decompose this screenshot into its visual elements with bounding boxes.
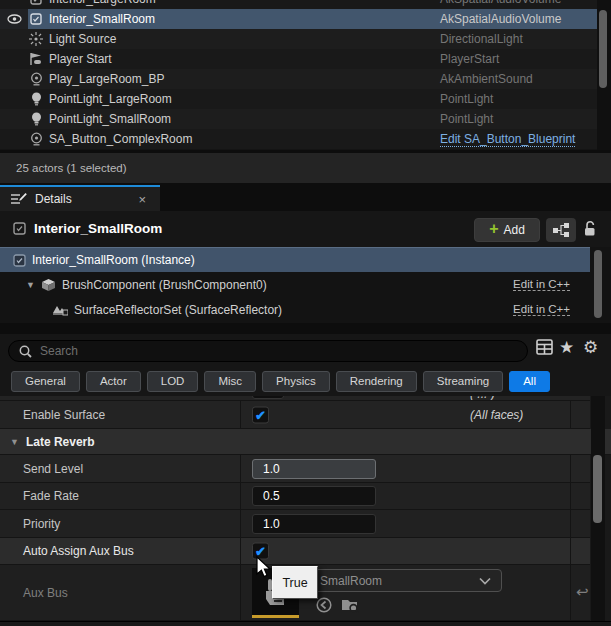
send-level-input[interactable]: 1.0 (252, 459, 376, 479)
use-selected-asset-icon[interactable] (316, 597, 332, 613)
details-tab-bar: Details × (0, 183, 611, 211)
property-row-enable-surface: Enable Surface ✔ (All faces) (0, 401, 590, 429)
category-filter-tabs: General Actor LOD Misc Physics Rendering… (0, 366, 611, 396)
spatial-audio-volume-icon (13, 222, 26, 235)
priority-input[interactable]: 1.0 (252, 514, 376, 534)
component-scrollbar[interactable] (592, 247, 606, 323)
enable-surface-checkbox[interactable]: ✔ (252, 406, 269, 423)
search-input[interactable]: Search (8, 340, 528, 362)
tab-physics[interactable]: Physics (262, 371, 330, 392)
property-row-fade-rate: Fade Rate 0.5 (0, 483, 590, 510)
outliner-row[interactable]: Play_LargeRoom_BP AkAmbientSound (0, 69, 597, 89)
tab-misc[interactable]: Misc (204, 371, 256, 392)
reset-to-default-icon[interactable]: ↩ (576, 583, 589, 601)
checkmark-icon: ✔ (255, 408, 266, 421)
add-component-button[interactable]: + Add (474, 218, 540, 242)
tab-streaming[interactable]: Streaming (423, 371, 503, 392)
mouse-cursor (256, 556, 274, 580)
expand-caret-icon[interactable]: ▼ (26, 280, 35, 290)
chevron-down-icon (479, 577, 491, 585)
actor-count-status: 25 actors (1 selected) (16, 162, 127, 174)
tooltip: True (272, 566, 318, 599)
node-graph-icon (553, 223, 570, 237)
outliner-row[interactable]: Player Start PlayerStart (0, 49, 597, 69)
component-scrollbar-thumb[interactable] (594, 250, 602, 318)
details-header: Interior_SmallRoom + Add (0, 211, 611, 247)
plus-icon: + (489, 221, 498, 237)
spatial-audio-volume-icon (28, 11, 44, 27)
late-reverb-section-header[interactable]: ▼ Late Reverb (0, 429, 611, 455)
visibility-eye-icon[interactable] (7, 14, 22, 24)
tab-lod[interactable]: LOD (147, 371, 199, 392)
property-row-send-level: Send Level 1.0 (0, 455, 590, 483)
tooltip-text: True (282, 576, 307, 590)
ambient-sound-icon (28, 71, 44, 87)
outliner-row[interactable]: PointLight_SmallRoom PointLight (0, 109, 597, 129)
outliner-scrollbar-thumb[interactable] (599, 10, 607, 88)
edit-in-cpp-link[interactable]: Edit in C++ (513, 278, 570, 291)
component-row-selected[interactable]: Interior_SmallRoom (Instance) (0, 247, 590, 272)
tab-general[interactable]: General (11, 371, 80, 392)
details-scrollbar[interactable] (591, 396, 605, 626)
browse-to-asset-icon[interactable] (341, 597, 360, 613)
search-placeholder: Search (40, 344, 78, 358)
outliner-row[interactable]: Light Source DirectionalLight (0, 29, 597, 49)
spatial-audio-volume-icon (28, 0, 44, 7)
directional-light-icon (28, 31, 44, 47)
outliner-row[interactable]: SA_Button_ComplexRoom Edit SA_Button_Blu… (0, 129, 597, 149)
ambient-sound-icon (28, 131, 44, 147)
edit-blueprint-link[interactable]: Edit SA_Button_Blueprint (440, 132, 575, 147)
lock-icon[interactable] (582, 220, 598, 237)
outliner-scrollbar[interactable] (597, 0, 611, 150)
surface-reflector-icon (52, 303, 68, 316)
tab-rendering[interactable]: Rendering (336, 371, 417, 392)
tab-details-label: Details (35, 192, 72, 206)
component-row[interactable]: ▼ BrushComponent (BrushComponent0) Edit … (0, 272, 590, 297)
blueprint-hierarchy-button[interactable] (546, 218, 576, 242)
aux-bus-dropdown[interactable]: SmallRoom (310, 569, 502, 592)
spatial-audio-volume-icon (13, 254, 26, 267)
tab-actor[interactable]: Actor (86, 371, 141, 392)
favorites-star-icon[interactable]: ★ (559, 337, 574, 358)
unreal-editor-panel: Interior_LargeRoom AkSpatialAudioVolume … (0, 0, 611, 626)
outliner-row[interactable]: Interior_LargeRoom AkSpatialAudioVolume (0, 0, 597, 9)
component-row[interactable]: SurfaceReflectorSet (SurfaceReflector) E… (0, 297, 590, 322)
panel-bottom-strip (0, 621, 611, 626)
edit-in-cpp-link[interactable]: Edit in C++ (513, 303, 570, 316)
details-scrollbar-thumb[interactable] (593, 455, 602, 523)
property-row-priority: Priority 1.0 (0, 510, 590, 538)
details-panel-icon (10, 192, 27, 207)
panel-divider (0, 323, 611, 334)
fade-rate-input[interactable]: 0.5 (252, 486, 376, 506)
outliner-row[interactable]: PointLight_LargeRoom PointLight (0, 89, 597, 109)
outliner-status-bar: 25 actors (1 selected) (0, 150, 611, 183)
display-filter-icon[interactable] (536, 339, 553, 355)
tab-details[interactable]: Details × (0, 185, 160, 211)
player-start-icon (28, 51, 44, 67)
world-outliner: Interior_LargeRoom AkSpatialAudioVolume … (0, 0, 611, 150)
all-faces-note: (All faces) (470, 408, 523, 422)
asset-type-color-bar (252, 615, 299, 618)
brush-component-icon (41, 278, 56, 292)
details-title: Interior_SmallRoom (34, 221, 162, 236)
point-light-icon (28, 111, 44, 127)
property-row-auto-assign-aux-bus: Auto Assign Aux Bus ✔ (0, 538, 590, 565)
collapse-caret-icon[interactable]: ▼ (10, 437, 19, 447)
details-search-row: Search ★ ⚙ (0, 334, 611, 366)
outliner-row-selected[interactable]: Interior_SmallRoom AkSpatialAudioVolume (0, 9, 597, 29)
point-light-icon (28, 91, 44, 107)
search-icon (19, 345, 32, 358)
settings-gear-icon[interactable]: ⚙ (583, 337, 598, 358)
tab-close-icon[interactable]: × (138, 192, 146, 207)
tab-all[interactable]: All (509, 371, 550, 392)
component-tree: Interior_SmallRoom (Instance) ▼ BrushCom… (0, 247, 611, 323)
